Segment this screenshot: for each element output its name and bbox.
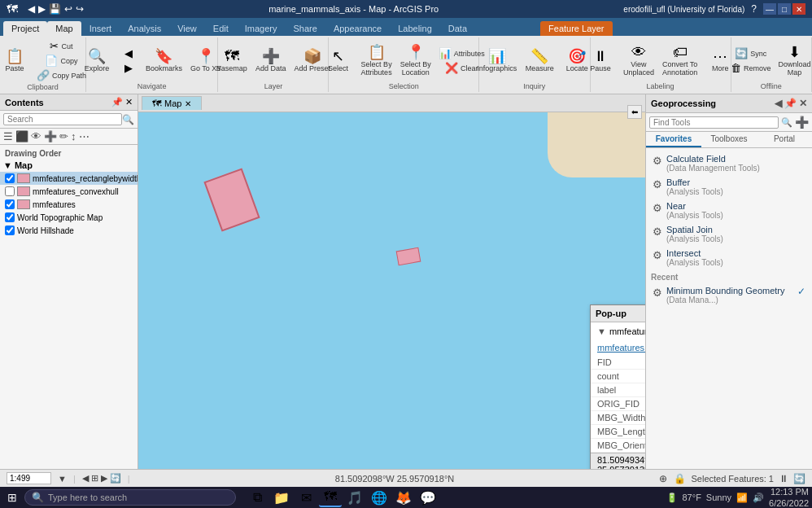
select-by-attr-button[interactable]: 📋 Select ByAttributes bbox=[358, 43, 395, 78]
remove-button[interactable]: 🗑Remove bbox=[728, 61, 774, 75]
taskbar-app-spotify[interactable]: 🎵 bbox=[343, 488, 366, 507]
infographics-button[interactable]: 📊 Infographics bbox=[474, 47, 520, 74]
close-contents-icon[interactable]: ✕ bbox=[125, 97, 133, 107]
minimize-button[interactable]: — bbox=[763, 3, 776, 15]
taskbar-app-task-view[interactable]: ⧉ bbox=[246, 488, 268, 507]
nav-back-icon[interactable]: ◀ bbox=[82, 473, 89, 484]
gp-tool-item[interactable]: ⚙Buffer(Analysis Tools) bbox=[646, 175, 812, 199]
more-options-icon[interactable]: ⋯ bbox=[79, 130, 89, 142]
edit-layer-icon[interactable]: ✏ bbox=[59, 130, 68, 142]
help-button[interactable]: ? bbox=[751, 3, 757, 15]
search-icon[interactable]: 🔍 bbox=[122, 114, 134, 125]
map-group-header[interactable]: ▼ Map bbox=[0, 159, 138, 172]
pause-button[interactable]: ⏸ Pause bbox=[583, 47, 618, 74]
taskbar-app-chrome[interactable]: 🌐 bbox=[368, 488, 391, 507]
refresh-map-icon[interactable]: 🔄 bbox=[793, 473, 805, 484]
map-tab[interactable]: 🗺 Map ✕ bbox=[142, 96, 202, 110]
tab-labeling[interactable]: Labeling bbox=[390, 21, 440, 36]
select-by-loc-button[interactable]: 📍 Select ByLocation bbox=[397, 43, 434, 78]
taskbar-app-teams[interactable]: 💬 bbox=[417, 488, 439, 507]
add-layer-icon[interactable]: ➕ bbox=[44, 130, 57, 142]
taskbar-app-firefox[interactable]: 🦊 bbox=[392, 488, 415, 507]
tab-feature-layer[interactable]: Feature Layer bbox=[540, 21, 612, 36]
search-input[interactable] bbox=[3, 113, 122, 125]
collapse-map-button[interactable]: ⬅ bbox=[627, 105, 642, 119]
layer-list: Drawing Order ▼ Map mmfeatures_rectangle… bbox=[0, 145, 138, 469]
gp-tool-item[interactable]: ⚙Spatial Join(Analysis Tools) bbox=[646, 222, 812, 246]
gp-tool-item[interactable]: ⚙Intersect(Analysis Tools) bbox=[646, 246, 812, 269]
annotation-button[interactable]: 🏷 Convert ToAnnotation bbox=[659, 43, 701, 78]
taskbar-app-arcgis[interactable]: 🗺 bbox=[319, 488, 342, 507]
select-button[interactable]: ↖ Select bbox=[321, 47, 356, 74]
layer-item-convexhull[interactable]: mmfeatures_convexhull bbox=[0, 185, 138, 198]
sync-button[interactable]: 🔄Sync bbox=[728, 46, 774, 60]
download-map-button[interactable]: ⬇ DownloadMap bbox=[775, 43, 812, 78]
layer-name-rectanglebywidth: mmfeatures_rectanglebywidth bbox=[33, 174, 138, 183]
filter-icon[interactable]: ⬛ bbox=[15, 130, 28, 142]
gp-tab-favorites[interactable]: Favorites bbox=[646, 132, 701, 147]
start-button[interactable]: ⊞ bbox=[3, 488, 21, 506]
gp-pin-icon[interactable]: 📌 bbox=[784, 98, 797, 109]
tab-data[interactable]: Data bbox=[440, 21, 475, 36]
find-tools-input[interactable] bbox=[649, 116, 779, 129]
tab-project[interactable]: Project bbox=[3, 21, 47, 36]
nav-grid-icon[interactable]: ⊞ bbox=[91, 473, 98, 484]
taskbar-search[interactable]: 🔍 Type here to search bbox=[24, 489, 236, 506]
layer-item-rectanglebywidth[interactable]: mmfeatures_rectanglebywidth bbox=[0, 172, 138, 185]
visibility-icon[interactable]: 👁 bbox=[31, 130, 41, 142]
gp-tab-portal[interactable]: Portal bbox=[757, 132, 812, 147]
nav-refresh-icon[interactable]: 🔄 bbox=[110, 473, 121, 484]
layer-check-hillshade[interactable] bbox=[5, 226, 15, 235]
bookmarks-button[interactable]: 🔖 Bookmarks bbox=[142, 47, 186, 74]
measure-button[interactable]: 📏 Measure bbox=[522, 47, 557, 74]
add-data-button[interactable]: ➕ Add Data bbox=[252, 47, 290, 74]
basemap-button[interactable]: 🗺 Basemap bbox=[213, 47, 251, 74]
popup-collapse-icon[interactable]: ▼ bbox=[597, 326, 606, 336]
popup-feature-link[interactable]: mmfeatures_rectanglebywidth - 278 bbox=[591, 339, 645, 356]
paste-button[interactable]: 📋 Paste bbox=[0, 47, 33, 74]
tab-imagery[interactable]: Imagery bbox=[237, 21, 286, 36]
gp-tool-item[interactable]: ⚙Calculate Field(Data Management Tools) bbox=[646, 151, 812, 175]
layer-item-mmfeatures[interactable]: mmfeatures bbox=[0, 198, 138, 211]
view-unplaced-button[interactable]: 👁 ViewUnplaced bbox=[620, 43, 657, 78]
map-tab-close[interactable]: ✕ bbox=[185, 99, 191, 108]
tab-view[interactable]: View bbox=[169, 21, 205, 36]
pause-icon[interactable]: ⏸ bbox=[779, 473, 788, 484]
scale-dropdown-icon[interactable]: ▼ bbox=[58, 474, 67, 484]
nav-forward-icon[interactable]: ▶ bbox=[101, 473, 107, 484]
pin-icon[interactable]: 📌 bbox=[111, 97, 123, 107]
popup-table-row: count278 bbox=[591, 370, 645, 383]
layer-item-hillshade[interactable]: World Hillshade bbox=[0, 224, 138, 237]
tab-edit[interactable]: Edit bbox=[205, 21, 237, 36]
maximize-button[interactable]: □ bbox=[778, 3, 791, 15]
gp-close-icon[interactable]: ✕ bbox=[799, 98, 807, 109]
close-button[interactable]: ✕ bbox=[792, 3, 805, 15]
gp-tool-item[interactable]: ⚙Near(Analysis Tools) bbox=[646, 199, 812, 222]
layer-check-topo[interactable] bbox=[5, 212, 15, 222]
gp-recent-tool-item[interactable]: ⚙Minimum Bounding Geometry(Data Mana...)… bbox=[646, 283, 812, 307]
tab-share[interactable]: Share bbox=[286, 21, 325, 36]
explore-button[interactable]: 🔍 Explore bbox=[79, 47, 115, 74]
search-box: 🔍 bbox=[0, 111, 138, 129]
tab-analysis[interactable]: Analysis bbox=[120, 21, 169, 36]
gp-tab-toolboxes[interactable]: Toolboxes bbox=[701, 132, 757, 147]
tab-map[interactable]: Map bbox=[47, 21, 81, 36]
window-title: marine_mammals_axis - Map - ArcGIS Pro bbox=[84, 4, 623, 14]
back-button[interactable]: ◀ bbox=[116, 46, 141, 60]
tab-appearance[interactable]: Appearance bbox=[325, 21, 390, 36]
tab-insert[interactable]: Insert bbox=[81, 21, 120, 36]
forward-button[interactable]: ▶ bbox=[116, 61, 141, 75]
layer-item-topo[interactable]: World Topographic Map bbox=[0, 211, 138, 224]
layer-check-convexhull[interactable] bbox=[5, 186, 15, 196]
taskbar-app-mail[interactable]: ✉ bbox=[295, 488, 317, 507]
taskbar-app-explorer[interactable]: 📁 bbox=[270, 488, 293, 507]
map-area[interactable]: 🗺 Map ✕ ⬅ + − ⊞ Pop-up bbox=[138, 94, 645, 469]
scale-input[interactable] bbox=[7, 472, 51, 484]
gp-back-icon[interactable]: ◀ bbox=[775, 98, 782, 109]
gp-add-icon[interactable]: ➕ bbox=[795, 116, 809, 129]
gp-search-icon[interactable]: 🔍 bbox=[781, 117, 792, 128]
list-view-icon[interactable]: ☰ bbox=[3, 130, 13, 142]
layer-check-rectanglebywidth[interactable] bbox=[5, 173, 15, 183]
move-icon[interactable]: ↕ bbox=[71, 130, 76, 142]
layer-check-mmfeatures[interactable] bbox=[5, 199, 15, 209]
